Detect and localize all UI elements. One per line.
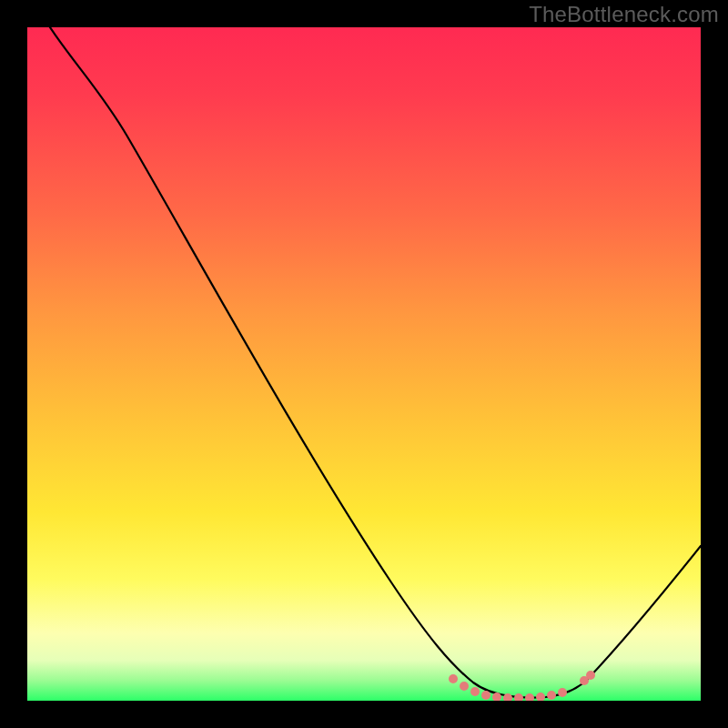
highlight-dot: [470, 687, 480, 696]
watermark-text: TheBottleneck.com: [529, 2, 719, 27]
highlight-dots: [449, 671, 595, 701]
highlight-dot: [525, 693, 534, 701]
bottleneck-curve: [27, 27, 701, 698]
highlight-dot: [514, 693, 523, 701]
highlight-dot: [536, 693, 545, 701]
curve-layer: [27, 27, 701, 701]
highlight-dot: [547, 691, 556, 700]
plot-area: [27, 27, 701, 701]
highlight-dot: [586, 671, 595, 680]
highlight-dot: [460, 682, 469, 691]
highlight-dot: [449, 674, 458, 683]
chart-frame: TheBottleneck.com: [0, 0, 728, 728]
highlight-dot: [558, 688, 567, 697]
highlight-dot: [481, 691, 490, 700]
